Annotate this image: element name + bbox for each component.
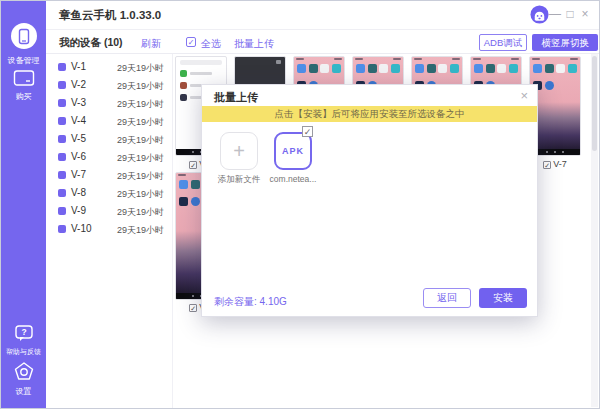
device-remaining-time: 29天19小时 — [117, 188, 164, 201]
list-item[interactable]: V-10 29天19小时 — [46, 220, 172, 238]
device-name: V-6 — [71, 151, 86, 162]
install-button[interactable]: 安装 — [479, 288, 527, 308]
list-item[interactable]: V-9 29天19小时 — [46, 202, 172, 220]
status-bar — [473, 58, 519, 61]
vertical-scrollbar[interactable] — [591, 54, 598, 407]
device-icon — [58, 99, 66, 107]
select-all-label[interactable]: 全选 — [201, 37, 221, 51]
list-item[interactable]: V-7 29天19小时 — [46, 166, 172, 184]
apk-file-tile[interactable]: APK — [274, 132, 312, 170]
titlebar: 章鱼云手机 1.0.33.0 — □ × — [46, 1, 599, 29]
device-icon — [58, 81, 66, 89]
device-checkbox[interactable]: ✓ — [543, 161, 551, 169]
app-title: 章鱼云手机 1.0.33.0 — [59, 8, 161, 23]
sidebar-item-label: 帮助与反馈 — [1, 347, 46, 357]
device-remaining-time: 29天19小时 — [117, 152, 164, 165]
settings-icon — [13, 361, 35, 382]
device-name: V-9 — [71, 205, 86, 216]
sidebar: 设备管理 购买 ? 帮助与反馈 设置 — [1, 1, 46, 408]
list-item[interactable]: V-8 29天19小时 — [46, 184, 172, 202]
device-remaining-time: 29天19小时 — [117, 206, 164, 219]
device-icon — [58, 135, 66, 143]
device-name: V-2 — [71, 79, 86, 90]
modal-title: 批量上传 — [214, 90, 258, 105]
maximize-button[interactable]: □ — [563, 7, 577, 21]
cloud-phone-icon — [9, 21, 39, 51]
device-icon — [58, 189, 66, 197]
device-icon — [58, 207, 66, 215]
device-list: V-1 29天19小时 V-2 29天19小时 V-3 29天19小时 V-4 … — [46, 54, 173, 408]
app-window: 设备管理 购买 ? 帮助与反馈 设置 章鱼云手机 1.0. — [0, 0, 600, 409]
device-name: V-5 — [71, 133, 86, 144]
toolbar: 我的设备 (10) 刷新 ✓ 全选 批量上传 ADB调试 横竖屏切换 — [46, 29, 599, 54]
add-file-tile[interactable]: + — [220, 132, 258, 170]
device-icon — [58, 117, 66, 125]
help-feedback-icon: ? — [14, 324, 34, 343]
list-item[interactable]: V-5 29天19小时 — [46, 130, 172, 148]
device-name: V-3 — [71, 97, 86, 108]
apk-checkbox[interactable]: ✓ — [302, 126, 313, 137]
device-remaining-time: 29天19小时 — [117, 62, 164, 75]
device-remaining-time: 29天19小时 — [117, 224, 164, 237]
app-icons-row — [474, 64, 518, 73]
close-button[interactable]: × — [578, 7, 592, 21]
minimize-button[interactable]: — — [548, 7, 562, 21]
add-file-label: 添加新文件 — [210, 174, 268, 186]
sidebar-item-device-management[interactable]: 设备管理 — [1, 21, 46, 66]
device-thumb-name: V-7 — [553, 159, 567, 169]
device-icon — [58, 225, 66, 233]
remaining-capacity: 剩余容量: 4.10G — [214, 295, 287, 309]
device-panel-title: 我的设备 (10) — [59, 36, 123, 50]
status-bar — [414, 58, 460, 61]
app-icons-row — [415, 64, 459, 73]
modal-close-icon[interactable]: × — [520, 88, 528, 103]
sidebar-item-label: 设置 — [1, 386, 46, 397]
device-remaining-time: 29天19小时 — [117, 80, 164, 93]
sidebar-item-label: 购买 — [1, 91, 46, 102]
app-icons-row — [356, 64, 400, 73]
svg-text:?: ? — [21, 327, 26, 337]
batch-upload-button[interactable]: 批量上传 — [234, 37, 274, 51]
sidebar-item-settings[interactable]: 设置 — [1, 361, 46, 397]
select-all-checkbox[interactable]: ✓ — [186, 37, 196, 47]
refresh-button[interactable]: 刷新 — [141, 37, 161, 51]
device-remaining-time: 29天19小时 — [117, 116, 164, 129]
device-icon — [58, 63, 66, 71]
back-button[interactable]: 返回 — [423, 288, 471, 308]
device-remaining-time: 29天19小时 — [117, 98, 164, 111]
device-icon — [58, 153, 66, 161]
device-checkbox[interactable]: ✓ — [189, 304, 197, 312]
device-name: V-8 — [71, 187, 86, 198]
app-icons-row2 — [179, 197, 200, 206]
scrollbar-thumb[interactable] — [592, 56, 597, 151]
purchase-icon — [13, 69, 35, 87]
sidebar-item-purchase[interactable]: 购买 — [1, 69, 46, 102]
list-item[interactable]: V-3 29天19小时 — [46, 94, 172, 112]
list-item[interactable]: V-6 29天19小时 — [46, 148, 172, 166]
sidebar-item-help[interactable]: ? 帮助与反馈 — [1, 324, 46, 357]
batch-upload-modal: 批量上传 × 点击【安装】后可将应用安装至所选设备之中 + 添加新文件 APK … — [201, 84, 538, 317]
apk-file-label: com.netea... — [264, 174, 322, 184]
install-hint-banner: 点击【安装】后可将应用安装至所选设备之中 — [202, 106, 537, 122]
adb-debug-button[interactable]: ADB调试 — [479, 34, 527, 51]
sidebar-item-label: 设备管理 — [1, 55, 46, 66]
device-name: V-10 — [71, 223, 92, 234]
list-item[interactable]: V-1 29天19小时 — [46, 58, 172, 76]
customer-service-icon[interactable] — [530, 5, 549, 24]
status-bar — [532, 58, 578, 61]
list-item[interactable]: V-4 29天19小时 — [46, 112, 172, 130]
device-remaining-time: 29天19小时 — [117, 134, 164, 147]
device-remaining-time: 29天19小时 — [117, 170, 164, 183]
list-item[interactable]: V-2 29天19小时 — [46, 76, 172, 94]
device-name: V-1 — [71, 61, 86, 72]
orientation-toggle-button[interactable]: 横竖屏切换 — [532, 34, 598, 51]
device-icon — [58, 171, 66, 179]
device-name: V-7 — [71, 169, 86, 180]
app-icons-row — [533, 64, 577, 73]
plus-icon: + — [221, 141, 257, 161]
device-name: V-4 — [71, 115, 86, 126]
status-bar — [355, 58, 401, 61]
